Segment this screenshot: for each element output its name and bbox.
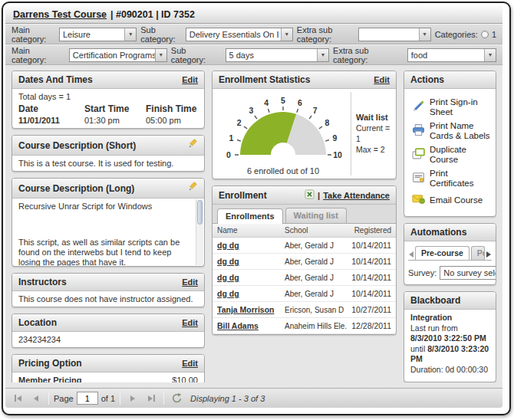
extra-sub-category-label-2: Extra sub category: <box>333 46 404 64</box>
extra-sub-category-select-1[interactable]: ▾ <box>358 28 431 41</box>
svg-text:5: 5 <box>281 96 285 105</box>
blackboard-line: Duration: 0d 00:00:30 <box>410 365 489 376</box>
total-days-text: Total days = 1 <box>18 92 198 101</box>
categories-count: 1 <box>492 30 496 39</box>
blackboard-panel: Blackboard IntegrationLast run from 8/3/… <box>404 291 496 382</box>
short-description-title: Course Description (Short) <box>18 140 136 151</box>
pricing-rows: Member Pricing$10.00Public Pricing$95.00… <box>12 372 204 382</box>
enrollee-school: Aber, Gerald J <box>285 274 348 282</box>
svg-text:4: 4 <box>264 98 269 107</box>
enrollment-panel: Enrollment | Take Attendance Enrollments… <box>212 185 397 335</box>
enrollee-name-link[interactable]: Tanja Morrison <box>217 305 285 314</box>
tab-waiting-list[interactable]: Waiting list <box>285 208 347 223</box>
sub-category-select-2[interactable]: 5 days ▾ <box>226 48 330 62</box>
enrollment-tabs: Enrollments Waiting list <box>213 205 396 224</box>
name-column-header[interactable]: Name <box>217 226 285 235</box>
blackboard-line: Last run from 8/3/2010 3:22:50 PM until … <box>410 323 489 365</box>
action-print-certificates[interactable]: Print Certificates <box>412 169 493 189</box>
main-area: Dates And Times Edit Total days = 1 Date… <box>5 65 502 388</box>
tab-pre-course[interactable]: Pre-course <box>415 246 470 260</box>
enrollee-name-link[interactable]: dg dg <box>217 257 285 266</box>
dates-edit-link[interactable]: Edit <box>182 75 198 84</box>
table-row: dg dgAber, Gerald J10/14/2011 <box>213 238 396 254</box>
next-page-button[interactable] <box>125 392 140 405</box>
action-print-sign-in-sheet[interactable]: Print Sign-in Sheet <box>412 97 493 117</box>
enrollee-school: Aber, Gerald J <box>285 258 348 266</box>
action-duplicate-course[interactable]: Duplicate Course <box>412 145 493 165</box>
main-category-label-2: Main category: <box>12 46 65 64</box>
enrollment-stats-panel: Enrollment Statistics Edit 012345678910 … <box>212 71 397 179</box>
chevron-down-icon: ▾ <box>124 28 136 41</box>
enrollee-registered: 10/14/2011 <box>348 257 391 266</box>
registered-column-header[interactable]: Registered <box>348 226 391 235</box>
course-title-link[interactable]: Darrens Test Course <box>13 9 107 20</box>
certificate-icon <box>412 171 425 186</box>
location-edit-link[interactable]: Edit <box>182 318 198 327</box>
action-email-course[interactable]: Email Course <box>412 192 493 208</box>
enrollment-stats-title: Enrollment Statistics <box>219 74 310 85</box>
wait-list-current: Current = 1 <box>356 123 396 144</box>
titlebar: Darrens Test Course | #090201 | ID 7352 <box>5 5 502 24</box>
enrollee-name-link[interactable]: Bill Adams <box>217 321 285 330</box>
enrollee-registered: 10/14/2011 <box>348 241 391 250</box>
scrollbar-thumb[interactable] <box>197 200 203 225</box>
page-number-input[interactable] <box>77 392 98 405</box>
enrollee-school: Ericson, Susan D <box>285 306 348 314</box>
first-page-button[interactable] <box>10 392 25 405</box>
enrollment-title: Enrollment <box>219 190 267 201</box>
wait-list-label: Wait list <box>356 112 396 123</box>
blackboard-body: IntegrationLast run from 8/3/2010 3:22:5… <box>404 310 496 382</box>
tab-scroll-right-icon[interactable] <box>486 249 491 260</box>
right-column: Actions Print Sign-in SheetPrint Name Ca… <box>404 71 496 382</box>
page-label: Page <box>54 394 74 403</box>
enrollee-school: Aber, Gerald J <box>285 241 348 250</box>
instructors-edit-link[interactable]: Edit <box>182 277 198 287</box>
tab-post-course[interactable]: Post- <box>471 246 485 260</box>
categories-radio[interactable] <box>481 31 489 38</box>
prev-page-button[interactable] <box>28 392 44 405</box>
excel-export-icon[interactable] <box>305 189 315 201</box>
sub-category-label-1: Sub category: <box>140 25 182 44</box>
pager-bar: Page of 1 Displaying 1 - 3 of 3 <box>5 388 502 408</box>
chevron-down-icon: ▾ <box>317 49 328 61</box>
long-description-textarea[interactable]: Recursive Unrar Script for Windows This … <box>12 199 204 266</box>
tab-scroll-left-icon[interactable] <box>409 249 414 260</box>
long-description-para1: Recursive Unrar Script for Windows <box>18 202 190 212</box>
action-label: Email Course <box>430 195 483 205</box>
pricing-edit-link[interactable]: Edit <box>182 359 198 368</box>
tab-enrollments[interactable]: Enrollments <box>217 208 283 224</box>
school-column-header[interactable]: School <box>285 226 348 235</box>
action-label: Print Name Cards & Labels <box>430 121 493 141</box>
location-panel: Location Edit 234234234 <box>12 313 205 348</box>
enrollment-stats-edit-link[interactable]: Edit <box>374 75 390 84</box>
app-window: Darrens Test Course | #090201 | ID 7352 … <box>2 2 511 415</box>
survey-label: Survey: <box>408 268 437 277</box>
course-id-text: | #090201 | ID 7352 <box>110 9 195 20</box>
main-category-label-1: Main category: <box>12 25 55 44</box>
dates-panel-title: Dates And Times <box>18 74 93 85</box>
survey-select[interactable]: No survey sele ▾ <box>440 266 496 280</box>
enrollee-name-link[interactable]: dg dg <box>217 273 285 282</box>
take-attendance-link[interactable]: Take Attendance <box>323 191 390 200</box>
refresh-icon[interactable] <box>169 392 184 405</box>
enrollee-name-link[interactable]: dg dg <box>217 241 285 250</box>
table-row: Tanja MorrisonEricson, Susan D10/27/2011 <box>213 302 396 318</box>
action-label: Print Sign-in Sheet <box>430 97 493 117</box>
actions-title: Actions <box>410 74 444 85</box>
page-of-label: of 1 <box>101 394 115 403</box>
sub-category-select-1[interactable]: Delivery Essentials On I ▾ <box>186 28 293 41</box>
main-category-select-1[interactable]: Leisure ▾ <box>59 28 137 41</box>
printer-icon <box>412 123 425 139</box>
enrollee-name-link[interactable]: dg dg <box>217 289 285 298</box>
action-print-name-cards-labels[interactable]: Print Name Cards & Labels <box>412 121 493 141</box>
pencil-edit-icon[interactable] <box>187 139 198 152</box>
last-page-button[interactable] <box>143 392 159 405</box>
blackboard-line: Integration <box>410 313 489 323</box>
svg-text:8: 8 <box>325 118 329 127</box>
pencil-edit-icon[interactable] <box>187 182 198 195</box>
sub-category-label-2: Sub category: <box>171 46 222 64</box>
scrollbar-track[interactable] <box>196 199 203 265</box>
extra-sub-category-select-2[interactable]: food ▾ <box>407 48 496 62</box>
table-row: dg dgAber, Gerald J10/14/2011 <box>213 286 396 302</box>
main-category-select-2[interactable]: Certification Programs ▾ <box>69 48 167 62</box>
